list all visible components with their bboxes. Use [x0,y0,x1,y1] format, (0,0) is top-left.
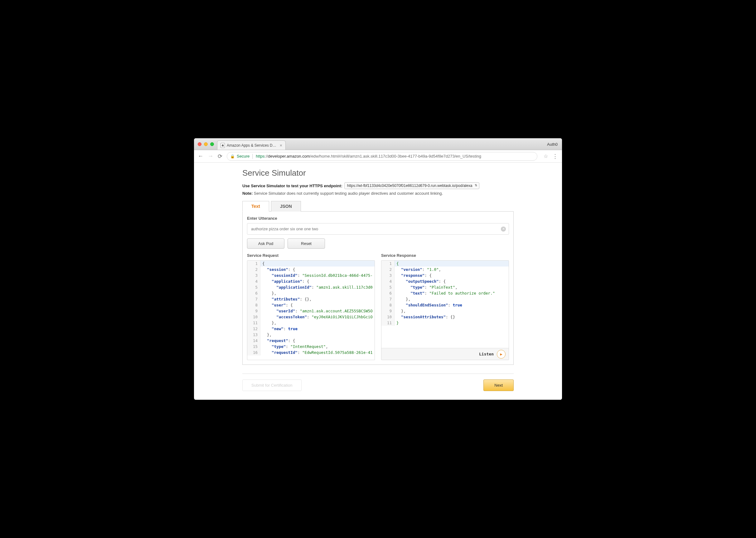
note-row: Note: Service Simulator does not current… [242,191,514,196]
code-line: 5 "applicationId": "amzn1.ask.skill.117c… [247,284,375,290]
code-line: 10 "accessToken": "eyJ0eXAiOiJKV1QiLCJhb… [247,314,375,320]
request-title: Service Request [247,253,375,258]
code-line: 8 "shouldEndSession": true [381,302,509,308]
code-line: 6 "text": "Failed to authorize order." [381,290,509,296]
reset-button[interactable]: Reset [288,239,325,249]
note-label: Note: [242,191,253,196]
minimize-window-icon[interactable] [204,142,208,146]
utterance-input[interactable]: authorize pizza order six one one two [247,223,509,235]
code-line: 3 "sessionId": "SessionId.db021bca-466d-… [247,272,375,278]
code-line: 14 "request": { [247,338,375,344]
code-line: 8 "user": { [247,302,375,308]
browser-toolbar: ← → ⟳ 🔒 Secure │ https://developer.amazo… [194,150,562,163]
secure-label: Secure [237,154,250,159]
play-icon[interactable]: ▶ [497,350,505,358]
code-line: 3 "response": { [381,272,509,278]
bookmark-star-icon[interactable]: ☆ [543,153,548,159]
forward-icon: → [208,153,213,159]
tab-json[interactable]: JSON [271,201,301,212]
close-tab-icon[interactable]: × [280,143,282,148]
menu-kebab-icon[interactable]: ⋮ [552,153,558,160]
reload-icon[interactable]: ⟳ [218,153,222,160]
code-line: 5 "type": "PlainText", [381,284,509,290]
page-title: Service Simulator [242,168,514,178]
note-text: Service Simulator does not currently sup… [254,191,443,196]
footer-actions: Submit for Certification Next [242,374,514,391]
code-line: 13 }, [247,332,375,338]
tab-title: Amazon Apps & Services Deve [227,143,277,148]
code-line: 9 }, [381,308,509,314]
profile-badge[interactable]: Auth0 [547,138,558,150]
simulator-panel: Enter Utterance authorize pizza order si… [242,212,514,365]
code-line: 2 "session": { [247,266,375,272]
url-text: https://developer.amazon.com/edw/home.ht… [256,154,481,159]
titlebar: Amazon Apps & Services Deve × Auth0 [194,138,562,150]
request-code-viewer[interactable]: 1{2 "session": {3 "sessionId": "SessionI… [247,260,375,360]
code-line: 7 }, [381,296,509,302]
simulator-tabs: Text JSON [242,201,514,212]
lock-icon: 🔒 [230,154,235,159]
browser-tab[interactable]: Amazon Apps & Services Deve × [217,140,286,150]
utterance-label: Enter Utterance [247,216,509,221]
submit-certification-button[interactable]: Submit for Certification [242,379,302,391]
listen-label: Listen [479,352,494,356]
code-line: 12 "new": true [247,326,375,332]
listen-bar: Listen ▶ [381,348,509,360]
clear-input-icon[interactable]: ✕ [501,227,506,232]
code-line: 4 "application": { [247,278,375,284]
code-line: 11 }, [247,320,375,326]
back-icon[interactable]: ← [198,153,203,159]
code-line: 16 "requestId": "EdwRequestId.5075a588-2… [247,350,375,355]
code-line: 2 "version": "1.0", [381,266,509,272]
code-line: 1{ [381,261,509,266]
code-line: 10 "sessionAttributes": {} [381,314,509,320]
tab-text[interactable]: Text [242,201,269,212]
maximize-window-icon[interactable] [210,142,214,146]
code-line: 9 "userId": "amzn1.ask.account.AEZ55SBCS… [247,308,375,314]
ask-button[interactable]: Ask Pod [247,239,284,249]
page-content: Service Simulator Use Service Simulator … [194,163,562,400]
code-line: 7 "attributes": {}, [247,296,375,302]
close-window-icon[interactable] [198,142,202,146]
code-line: 1{ [247,261,375,266]
code-line: 6 }, [247,290,375,296]
endpoint-select[interactable]: https://wt-fbf1133d4c0420e5070f01e86112d… [344,182,480,189]
address-separator: │ [251,154,254,159]
endpoint-label: Use Service Simulator to test your HTTPS… [242,184,343,188]
code-line: 11} [381,320,509,326]
next-button[interactable]: Next [483,379,514,391]
code-line: 4 "outputSpeech": { [381,278,509,284]
code-line: 15 "type": "IntentRequest", [247,344,375,350]
address-bar[interactable]: 🔒 Secure │ https://developer.amazon.com/… [227,152,537,161]
amazon-favicon-icon [220,143,225,148]
endpoint-row: Use Service Simulator to test your HTTPS… [242,182,514,189]
response-title: Service Response [381,253,509,258]
browser-window: Amazon Apps & Services Deve × Auth0 ← → … [194,138,562,400]
response-code-viewer[interactable]: 1{2 "version": "1.0",3 "response": {4 "o… [381,260,509,360]
window-controls [194,142,214,146]
